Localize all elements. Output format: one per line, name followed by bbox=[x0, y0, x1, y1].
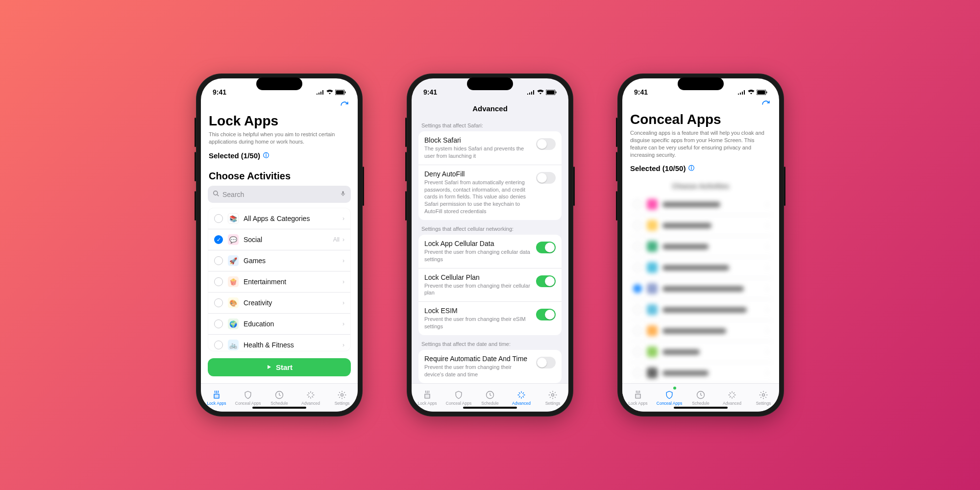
tab-lock[interactable]: Lock Apps bbox=[412, 384, 443, 412]
tab-settings[interactable]: Settings bbox=[537, 384, 568, 412]
radio-icon[interactable] bbox=[633, 200, 642, 209]
svg-point-11 bbox=[552, 393, 554, 396]
svg-point-6 bbox=[341, 393, 343, 396]
category-icon bbox=[647, 368, 658, 378]
radio-icon[interactable] bbox=[633, 221, 642, 230]
dynamic-island bbox=[467, 77, 513, 90]
category-icon: 💬 bbox=[228, 234, 239, 245]
info-icon[interactable]: ⓘ bbox=[263, 151, 269, 160]
home-indicator[interactable] bbox=[252, 407, 306, 409]
radio-icon[interactable] bbox=[633, 368, 642, 377]
toggle-switch[interactable] bbox=[536, 275, 556, 287]
setting-row: Lock Cellular PlanPrevent the user from … bbox=[418, 269, 562, 302]
activity-row[interactable]: 🌍Education› bbox=[208, 314, 350, 335]
page-subtitle: Concealing apps is a feature that will h… bbox=[630, 129, 771, 158]
chevron-right-icon: › bbox=[343, 215, 344, 222]
radio-icon[interactable] bbox=[214, 277, 223, 286]
refresh-icon[interactable] bbox=[761, 100, 770, 111]
home-indicator[interactable] bbox=[674, 407, 728, 409]
tab-settings[interactable]: Settings bbox=[748, 384, 779, 412]
activity-row[interactable]: › bbox=[629, 257, 772, 278]
radio-icon[interactable] bbox=[214, 256, 223, 265]
setting-title: Deny AutoFill bbox=[424, 170, 531, 178]
radio-icon[interactable] bbox=[214, 214, 223, 223]
category-icon bbox=[647, 220, 658, 231]
radio-icon[interactable] bbox=[633, 263, 642, 272]
radio-icon[interactable] bbox=[214, 298, 223, 307]
setting-title: Lock Cellular Plan bbox=[424, 273, 531, 281]
toggle-switch[interactable] bbox=[536, 138, 556, 150]
radio-icon[interactable] bbox=[633, 242, 642, 251]
row-label bbox=[662, 370, 709, 376]
svg-rect-8 bbox=[547, 90, 555, 94]
chevron-right-icon: › bbox=[343, 320, 344, 327]
toggle-switch[interactable] bbox=[536, 357, 556, 368]
activity-row[interactable]: 🍿Entertainment› bbox=[208, 271, 350, 293]
refresh-icon[interactable] bbox=[340, 101, 349, 112]
activity-row[interactable]: 🎨Creativity› bbox=[208, 293, 350, 314]
chevron-right-icon: › bbox=[766, 285, 768, 292]
settings-group-header: Settings that affect Safari: bbox=[421, 122, 559, 128]
start-button[interactable]: Start bbox=[208, 358, 351, 376]
row-label bbox=[662, 244, 709, 249]
mic-icon[interactable] bbox=[340, 190, 346, 199]
activity-row[interactable]: ✓› bbox=[629, 278, 772, 299]
activity-row[interactable]: 🚀Games› bbox=[208, 250, 350, 271]
dynamic-island bbox=[256, 77, 302, 90]
radio-icon[interactable]: ✓ bbox=[214, 235, 223, 244]
category-icon: 🎨 bbox=[228, 297, 239, 308]
advanced-scroll[interactable]: Settings that affect Safari:Block Safari… bbox=[412, 117, 568, 383]
toggle-switch[interactable] bbox=[536, 172, 556, 184]
radio-icon[interactable] bbox=[633, 305, 642, 314]
info-icon[interactable]: ⓘ bbox=[688, 164, 694, 172]
activity-row[interactable]: 🚲Health & Fitness› bbox=[208, 335, 350, 351]
radio-icon[interactable]: ✓ bbox=[633, 284, 642, 293]
setting-subtitle: The system hides Safari and prevents the… bbox=[424, 145, 531, 160]
chevron-right-icon: › bbox=[766, 306, 768, 313]
setting-subtitle: Prevent the user from changing their eSI… bbox=[424, 316, 531, 330]
setting-subtitle: Prevent the user from changing cellular … bbox=[424, 248, 531, 263]
section-title: Choose Activities bbox=[209, 171, 350, 182]
activity-row[interactable]: › bbox=[629, 342, 772, 363]
toggle-switch[interactable] bbox=[536, 309, 556, 320]
chevron-right-icon: › bbox=[766, 327, 768, 334]
activity-row[interactable]: ✓💬SocialAll› bbox=[208, 229, 350, 250]
status-icons bbox=[527, 90, 557, 95]
chevron-right-icon: › bbox=[343, 257, 344, 264]
chevron-right-icon: › bbox=[343, 278, 344, 285]
phone-lock-apps: 9:41 Lock Apps This choice is helpful wh… bbox=[196, 74, 363, 416]
activity-row[interactable]: › bbox=[629, 299, 772, 320]
tab-lock[interactable]: Lock Apps bbox=[622, 384, 654, 412]
radio-icon[interactable] bbox=[214, 319, 223, 328]
tab-settings[interactable]: Settings bbox=[326, 384, 358, 412]
nav-title: Advanced bbox=[412, 100, 568, 117]
home-indicator[interactable] bbox=[463, 407, 517, 409]
page-title: Conceal Apps bbox=[630, 112, 771, 127]
radio-icon[interactable] bbox=[633, 347, 642, 356]
row-label bbox=[662, 223, 711, 228]
svg-rect-14 bbox=[766, 91, 767, 93]
search-input[interactable]: Search bbox=[208, 186, 351, 203]
category-icon bbox=[647, 325, 658, 336]
blurred-activities: Choose Activities ››››✓››››› bbox=[629, 182, 772, 383]
selected-count: Selected (1/50) bbox=[209, 151, 260, 160]
toggle-switch[interactable] bbox=[536, 242, 556, 253]
row-label: Education bbox=[244, 320, 274, 328]
setting-row: Lock App Cellular DataPrevent the user f… bbox=[418, 235, 562, 269]
tab-lock[interactable]: Lock Apps bbox=[201, 384, 232, 412]
page-title: Lock Apps bbox=[209, 113, 350, 129]
setting-title: Require Automatic Date And Time bbox=[424, 355, 531, 363]
activity-row[interactable]: › bbox=[629, 363, 772, 383]
setting-title: Lock ESIM bbox=[424, 307, 531, 315]
activity-row[interactable]: › bbox=[629, 215, 772, 236]
radio-icon[interactable] bbox=[214, 341, 223, 349]
radio-icon[interactable] bbox=[633, 326, 642, 335]
activity-row[interactable]: 📚All Apps & Categories› bbox=[208, 208, 350, 229]
activity-row[interactable]: › bbox=[629, 320, 772, 342]
category-icon: 🌍 bbox=[228, 318, 239, 329]
category-icon bbox=[647, 283, 658, 294]
activity-row[interactable]: › bbox=[629, 236, 772, 257]
activity-row[interactable]: › bbox=[629, 194, 772, 215]
chevron-right-icon: › bbox=[343, 299, 344, 306]
svg-rect-4 bbox=[343, 191, 344, 194]
